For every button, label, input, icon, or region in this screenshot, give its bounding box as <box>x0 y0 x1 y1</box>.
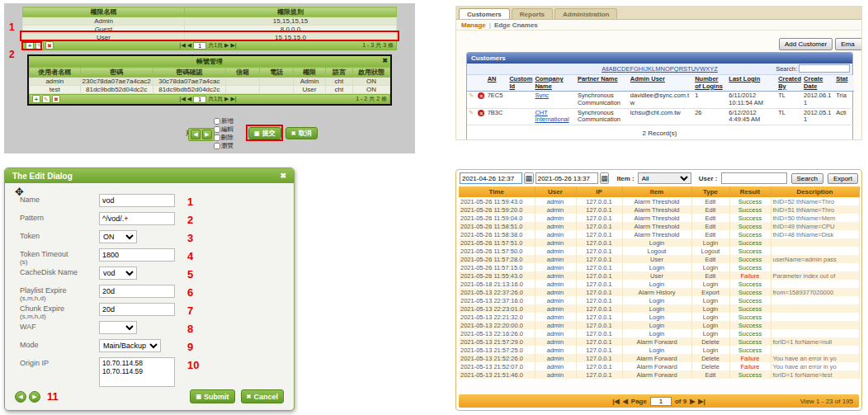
screenshot-canvas: 1 2 權限名稱 權限規則 Admin15,15,15,15Guest8,0,0… <box>0 0 868 415</box>
date-to-input[interactable] <box>535 172 598 184</box>
date-from-input[interactable] <box>460 172 522 184</box>
delete-icon[interactable]: x <box>478 92 484 99</box>
tab-reports[interactable]: Reports <box>512 8 553 19</box>
log-row[interactable]: 2021-05-26 11:59:43.0admin127.0.0.1Alarm… <box>459 197 859 205</box>
menu-item-edge-cnames[interactable]: Edge Cnames <box>494 21 538 29</box>
next-page-icon[interactable]: ▶ <box>224 42 229 49</box>
account-row[interactable]: test81dc9bdb52d04dc2c81dc9bdb52d04dc2cUs… <box>30 86 390 94</box>
alpha-filter-link[interactable]: All <box>601 65 608 73</box>
origin-ip-field[interactable] <box>99 357 175 387</box>
permission-checkbox[interactable]: 刪除 <box>214 134 234 142</box>
page-input[interactable] <box>193 96 206 103</box>
prev-record-button[interactable]: ◀ <box>15 391 26 403</box>
prev-record-button[interactable]: ◀ <box>191 130 200 139</box>
log-row[interactable]: 2021-05-26 11:58:38.0admin127.0.0.1Alarm… <box>459 230 859 238</box>
last-page-icon[interactable]: ▶| <box>230 96 236 102</box>
email-button[interactable]: Ema <box>835 38 862 50</box>
account-row[interactable]: admin230c78da07ae7a4cac230c78da07ae7a4ca… <box>30 78 390 86</box>
next-record-button[interactable]: ▶ <box>29 391 40 403</box>
log-row[interactable]: 2021-05-13 21:52:26.0admin127.0.0.1Alarm… <box>459 354 859 362</box>
log-row[interactable]: 2021-05-26 11:57:50.0admin127.0.0.1Logou… <box>459 247 859 255</box>
first-page-icon[interactable]: |◀ <box>612 398 619 405</box>
item-select[interactable]: All <box>638 172 691 184</box>
token-timeout-field[interactable] <box>99 248 175 262</box>
close-icon[interactable]: ✖ <box>382 57 388 64</box>
playlist-expire-field[interactable] <box>99 285 175 298</box>
annotation-number-6: 6 <box>182 285 193 299</box>
edit-icon[interactable]: ✎ <box>469 109 474 116</box>
prev-page-icon[interactable]: ◀ <box>187 96 191 102</box>
log-row[interactable]: 2021-05-13 21:57:25.0admin127.0.0.1Login… <box>459 346 859 354</box>
waf-field[interactable] <box>99 321 137 334</box>
permission-row[interactable]: Guest8,0,0,0 <box>23 26 397 34</box>
permission-checkbox[interactable]: 瀏覽 <box>214 142 234 150</box>
search-input[interactable] <box>799 64 850 73</box>
log-row[interactable]: 2021-05-13 21:57:29.0admin127.0.0.1Alarm… <box>459 337 859 346</box>
add-icon[interactable]: + <box>32 95 40 103</box>
log-row[interactable]: 2021-05-13 22:21:32.0admin127.0.0.1Login… <box>459 313 859 321</box>
log-row[interactable]: 2021-05-26 11:57:28.0admin127.0.0.1UserE… <box>459 255 859 263</box>
close-icon[interactable]: ✖ <box>280 172 286 180</box>
chunk-expire-field[interactable] <box>99 303 175 316</box>
submit-button[interactable]: ▣ 提交 <box>248 127 281 139</box>
next-record-button[interactable]: ▶ <box>202 130 212 139</box>
log-row[interactable]: 2021-05-13 22:23:01.0admin127.0.0.1Login… <box>459 304 859 313</box>
log-row[interactable]: 2021-05-13 22:16:26.0admin127.0.0.1Login… <box>459 329 859 337</box>
edit-icon[interactable]: ✎ <box>35 41 44 50</box>
page-input[interactable] <box>193 42 206 50</box>
search-button[interactable]: Search <box>791 173 823 184</box>
page-input[interactable] <box>650 397 672 406</box>
last-page-icon[interactable]: ▶| <box>698 398 705 405</box>
menu-item-manage[interactable]: Manage <box>461 21 486 29</box>
first-page-icon[interactable]: |◀ <box>180 96 186 102</box>
alpha-filter-link[interactable]: Z <box>714 65 718 73</box>
cachedisk-name-field[interactable]: vod <box>99 266 137 280</box>
last-page-icon[interactable]: ▶| <box>230 42 236 49</box>
prev-page-icon[interactable]: ◀ <box>187 42 191 49</box>
permission-checkbox[interactable]: 新增 <box>214 117 234 125</box>
first-page-icon[interactable]: |◀ <box>180 42 186 49</box>
log-row[interactable]: 2021-05-26 11:57:51.0admin127.0.0.1Login… <box>459 238 859 247</box>
log-row[interactable]: 2021-05-26 11:57:15.0admin127.0.0.1Login… <box>459 263 859 271</box>
delete-icon[interactable]: ✖ <box>52 95 60 103</box>
tab-customers[interactable]: Customers <box>459 8 510 19</box>
mode-field[interactable]: Main/Backup <box>99 339 161 352</box>
calendar-icon[interactable]: ▦ <box>600 172 610 184</box>
log-row[interactable]: 2021-05-18 21:13:16.0admin127.0.0.1Login… <box>459 280 859 288</box>
name-field[interactable] <box>99 194 175 207</box>
edit-icon[interactable]: ✎ <box>469 92 474 99</box>
next-page-icon[interactable]: ▶ <box>224 96 229 102</box>
calendar-icon[interactable]: ▦ <box>524 172 534 184</box>
log-row[interactable]: 2021-05-13 21:52:07.0admin127.0.0.1Alarm… <box>459 362 859 370</box>
log-row[interactable]: 2021-05-26 11:58:51.0admin127.0.0.1Alarm… <box>459 222 859 230</box>
permission-checkbox[interactable]: 編輯 <box>214 125 234 134</box>
company-cell[interactable]: Sync <box>533 92 576 108</box>
delete-icon[interactable]: x <box>478 110 484 116</box>
tab-administration[interactable]: Administration <box>554 8 617 19</box>
edit-icon[interactable]: ✎ <box>42 95 50 103</box>
log-row[interactable]: 2021-05-13 22:37:26.0admin127.0.0.1Alarm… <box>459 288 859 296</box>
cancel-button[interactable]: ✖ Cancel <box>241 389 284 403</box>
submit-button[interactable]: ▣ Submit <box>190 389 234 403</box>
delete-icon[interactable]: ✖ <box>45 41 54 50</box>
add-customer-button[interactable]: Add Customer <box>779 38 833 50</box>
permission-row[interactable]: Admin15,15,15,15 <box>23 17 397 26</box>
user-filter-input[interactable] <box>721 172 787 184</box>
export-button[interactable]: Export <box>828 173 858 184</box>
next-page-icon[interactable]: ▶ <box>690 398 695 405</box>
token-field[interactable]: ON <box>99 230 137 243</box>
pattern-field[interactable] <box>99 212 175 225</box>
customer-row[interactable]: ✎x7B3CCHT InternationalSynchronous Commu… <box>467 108 854 125</box>
edit-dialog-titlebar[interactable]: The Edit Dialog ✖ <box>5 168 294 183</box>
prev-page-icon[interactable]: ◀ <box>623 398 628 405</box>
log-row[interactable]: 2021-05-26 11:59:20.0admin127.0.0.1Alarm… <box>459 205 859 214</box>
cancel-button[interactable]: ✖ 取消 <box>285 127 318 139</box>
log-row[interactable]: 2021-05-26 11:55:43.0admin127.0.0.1UserE… <box>459 271 859 280</box>
customer-row[interactable]: ✎x7EC5SyncSynchronous Communicationdavid… <box>467 92 854 108</box>
log-row[interactable]: 2021-05-13 21:51:46.0admin127.0.0.1Alarm… <box>459 370 859 379</box>
add-icon[interactable]: + <box>26 41 34 50</box>
log-row[interactable]: 2021-05-13 22:20:00.0admin127.0.0.1Login… <box>459 321 859 329</box>
log-row[interactable]: 2021-05-26 11:59:04.0admin127.0.0.1Alarm… <box>459 214 859 222</box>
company-cell[interactable]: CHT International <box>533 108 576 125</box>
log-row[interactable]: 2021-05-13 22:37:16.0admin127.0.0.1Login… <box>459 296 859 304</box>
